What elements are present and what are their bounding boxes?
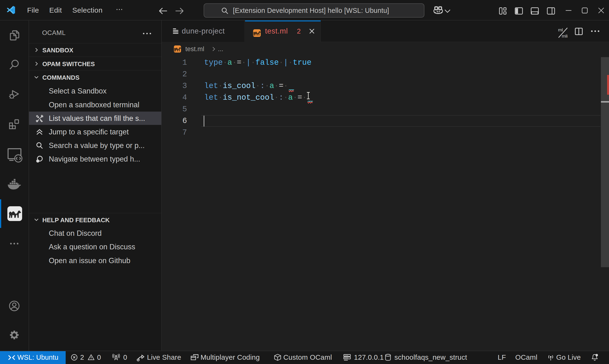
svg-text:ml: ml <box>558 27 563 32</box>
svg-text:mli: mli <box>562 34 568 39</box>
